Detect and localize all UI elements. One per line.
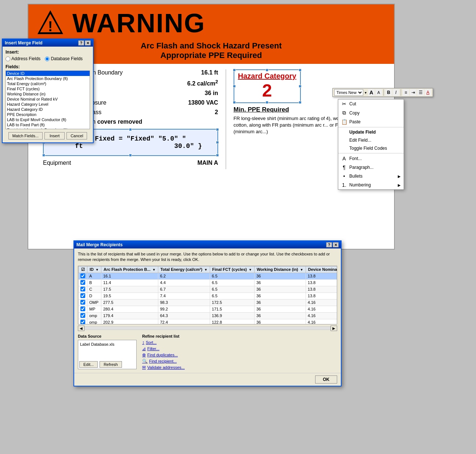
row-wd: 36 bbox=[254, 293, 306, 299]
mm-edit-btn[interactable]: Edit... bbox=[79, 361, 98, 368]
address-fields-input[interactable] bbox=[6, 57, 10, 61]
radio-row: Address Fields Database Fields bbox=[6, 56, 90, 61]
row-checkbox[interactable] bbox=[79, 306, 87, 312]
field-item-3[interactable]: Final FCT (cycles) bbox=[6, 86, 90, 91]
row-nominal: 13.8 bbox=[306, 279, 337, 286]
numbering-arrow: ▶ bbox=[398, 183, 401, 187]
context-menu-paste[interactable]: 📋 Paste bbox=[338, 117, 404, 126]
table-row[interactable]: omp 179.4 64.3 136.9 36 4.16 Exceed: bbox=[79, 312, 338, 319]
table-row[interactable]: MP 280.4 99.2 171.5 36 4.16 Exceed: bbox=[79, 306, 338, 312]
fields-listbox[interactable]: Device ID Arc Flash Protection Boundary … bbox=[6, 70, 90, 129]
mm-col-check[interactable]: ☑ bbox=[79, 266, 87, 273]
row-id: A bbox=[87, 273, 101, 279]
table-row[interactable]: OMP 277.5 98.3 172.5 36 4.16 Exceed: bbox=[79, 299, 338, 306]
mm-scroll-right[interactable]: ▶ bbox=[331, 326, 337, 331]
mm-close-button[interactable]: ✕ bbox=[333, 242, 339, 247]
mm-col-nominal[interactable]: Device Nominal or Ra... ▼ bbox=[306, 266, 337, 273]
mm-bottom: Data Source Label Database.xls Edit... R… bbox=[78, 334, 337, 370]
format-toolbar: Times New ▾ A A B I ≡ ⇥ ☰ A bbox=[332, 88, 433, 97]
insert-merge-field-title-bar: Insert Merge Field ? ✕ bbox=[3, 39, 93, 47]
row-energy: 7.4 bbox=[158, 293, 210, 299]
row-nominal: 4.16 bbox=[306, 312, 337, 319]
mm-help-button[interactable]: ? bbox=[326, 242, 332, 247]
field-item-6[interactable]: Hazard Category Level bbox=[6, 102, 90, 107]
field-item-5[interactable]: Device Nominal or Rated kV bbox=[6, 97, 90, 102]
row-checkbox[interactable] bbox=[79, 286, 87, 293]
row-checkbox[interactable] bbox=[79, 293, 87, 299]
mm-find-recipient-link[interactable]: 🔍 Find recipient... bbox=[142, 359, 337, 364]
field-item-8[interactable]: PPE Description bbox=[6, 112, 90, 117]
list-btn[interactable]: ☰ bbox=[417, 89, 424, 96]
field-item-7[interactable]: Hazard Category ID bbox=[6, 107, 90, 112]
row-checkbox[interactable] bbox=[79, 299, 87, 306]
insert-button[interactable]: Insert bbox=[44, 132, 65, 139]
context-menu-bullets-label: Bullets bbox=[349, 174, 363, 179]
table-row[interactable]: D 19.5 7.4 6.5 36 13.8 2 bbox=[79, 293, 338, 299]
row-fct: 6.5 bbox=[210, 286, 254, 293]
font-name-select[interactable]: Times New bbox=[334, 89, 363, 96]
dialog-buttons: Match Fields... Insert Cancel bbox=[6, 132, 90, 139]
hazard-category-selected-box[interactable]: Hazard Category 2 bbox=[234, 69, 301, 103]
mm-table-container[interactable]: ☑ ID ▼ Arc Flash Protection B... ▼ Total… bbox=[78, 266, 337, 324]
align-btn[interactable]: ≡ bbox=[403, 89, 409, 96]
address-fields-radio[interactable]: Address Fields bbox=[6, 56, 40, 61]
context-menu-copy[interactable]: ⧉ Copy bbox=[338, 108, 404, 117]
close-button[interactable]: ✕ bbox=[85, 40, 91, 46]
mm-col-wd[interactable]: Working Distance (in) ▼ bbox=[254, 266, 306, 273]
field-item-4[interactable]: Working Distance (in) bbox=[6, 91, 90, 97]
table-row[interactable]: A 16.1 6.2 6.5 36 13.8 2 bbox=[79, 273, 338, 279]
context-menu-cut[interactable]: ✂ Cut bbox=[338, 99, 404, 108]
mm-filter-link[interactable]: ⊿ Filter... bbox=[142, 346, 337, 351]
row-wd: 36 bbox=[254, 312, 306, 319]
table-row[interactable]: C 17.5 6.7 6.5 36 13.8 2 bbox=[79, 286, 338, 293]
row-checkbox[interactable] bbox=[79, 273, 87, 279]
font-size-increase-btn[interactable]: A bbox=[368, 89, 375, 96]
database-fields-radio[interactable]: Database Fields bbox=[45, 56, 83, 61]
table-row[interactable]: B 11.4 4.4 6.5 36 13.8 2 bbox=[79, 279, 338, 286]
context-menu-numbering-label: Numbering bbox=[349, 182, 371, 188]
warning-triangle-icon: ! bbox=[36, 8, 65, 38]
field-item-0[interactable]: Device ID bbox=[6, 71, 90, 76]
font-size-decrease-btn[interactable]: A bbox=[375, 89, 382, 96]
mm-ok-button[interactable]: OK bbox=[315, 375, 337, 384]
context-menu-bullets[interactable]: • Bullets ▶ bbox=[338, 172, 404, 181]
context-menu-edit-field[interactable]: Edit Field... bbox=[338, 136, 404, 144]
context-menu-update-field[interactable]: Update Field bbox=[338, 128, 404, 136]
row-checkbox[interactable] bbox=[79, 319, 87, 324]
context-menu-toggle-field-codes[interactable]: Toggle Field Codes bbox=[338, 144, 404, 152]
mm-col-energy[interactable]: Total Energy (cal/cm²) ▼ bbox=[158, 266, 210, 273]
help-button[interactable]: ? bbox=[78, 40, 84, 46]
row-energy: 6.2 bbox=[158, 273, 210, 279]
field-item-9[interactable]: LAB to Exp# Mov# Conductor (ft) bbox=[6, 117, 90, 122]
mm-col-afpb[interactable]: Arc Flash Protection B... ▼ bbox=[101, 266, 158, 273]
indent-increase-btn[interactable]: ⇥ bbox=[410, 89, 416, 96]
table-row[interactable]: omp 202.9 72.4 122.8 36 4.16 Exceed: bbox=[79, 319, 338, 324]
context-menu-toggle-field-codes-label: Toggle Field Codes bbox=[349, 146, 387, 151]
database-fields-input[interactable] bbox=[45, 57, 50, 61]
bold-btn[interactable]: B bbox=[385, 89, 392, 96]
mm-col-id[interactable]: ID ▼ bbox=[87, 266, 101, 273]
field-item-2[interactable]: Total Energy (cal/cm²) bbox=[6, 81, 90, 86]
font-color-btn[interactable]: A bbox=[425, 89, 431, 96]
cancel-button[interactable]: Cancel bbox=[66, 132, 87, 139]
field-item-10[interactable]: LAB to Fixed Part (ft) bbox=[6, 122, 90, 127]
mm-sort-link[interactable]: ↕ Sort... bbox=[142, 340, 337, 345]
row-checkbox[interactable] bbox=[79, 312, 87, 319]
field-item-1[interactable]: Arc Flash Protection Boundary (ft) bbox=[6, 76, 90, 81]
context-menu-numbering[interactable]: 1. Numbering ▶ bbox=[338, 181, 404, 189]
row-checkbox[interactable] bbox=[79, 279, 87, 286]
match-fields-button[interactable]: Match Fields... bbox=[8, 132, 43, 139]
cut-icon: ✂ bbox=[341, 101, 347, 107]
mm-validate-addresses-link[interactable]: ✉ Validate addresses... bbox=[142, 365, 337, 370]
mm-find-duplicates-link[interactable]: ⊕ Find duplicates... bbox=[142, 352, 337, 357]
mm-col-fct[interactable]: Final FCT (cycles) ▼ bbox=[210, 266, 254, 273]
context-menu-font[interactable]: A Font... bbox=[338, 154, 404, 163]
mm-datasource-name: Label Database.xls bbox=[79, 341, 135, 347]
font-icon: A bbox=[341, 156, 347, 161]
arc-flash-boundary-value: 16.1 ft bbox=[201, 69, 218, 76]
field-item-11[interactable]: Restricted Approach Boundary (ft) bbox=[6, 127, 90, 129]
mm-refresh-btn[interactable]: Refresh bbox=[100, 361, 122, 368]
mm-scroll-left[interactable]: ◀ bbox=[78, 326, 84, 331]
italic-btn[interactable]: I bbox=[393, 89, 399, 96]
context-menu-paragraph[interactable]: ¶ Paragraph... bbox=[338, 163, 404, 172]
